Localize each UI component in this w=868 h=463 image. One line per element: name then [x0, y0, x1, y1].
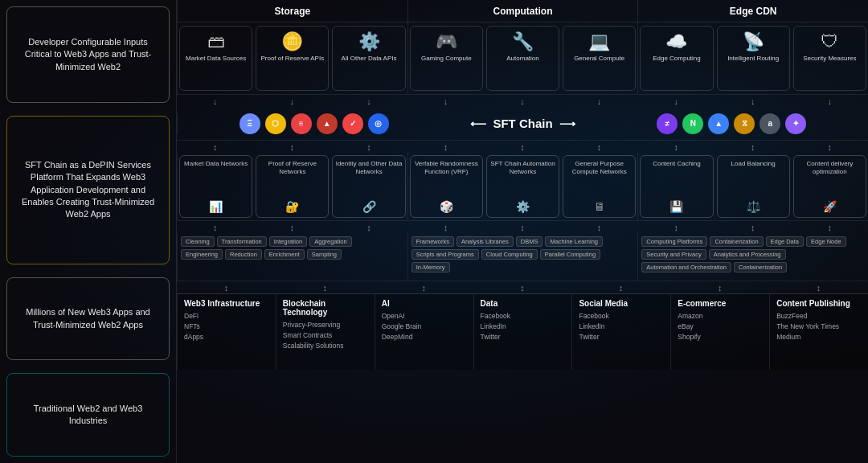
arrows-row-1: ↓ ↓ ↓ ↓ ↓ ↓ ↓ ↓ ↓ [177, 95, 868, 107]
logo-3: ▲ [708, 113, 729, 134]
security-icon: 🛡 [821, 31, 838, 52]
sft-chain-center: ⟵ SFT Chain ⟶ [451, 117, 596, 130]
developer-inputs-text: Developer Configurable Inputs Critical t… [15, 36, 161, 73]
ecommerce-col: E-commerce Amazon eBay Shopify [670, 294, 769, 370]
left-panel: Developer Configurable Inputs Critical t… [0, 0, 177, 463]
computation-tags: Frameworks Analysis Libraries DBMS Machi… [407, 233, 638, 281]
general-compute: 💻 General Compute [563, 26, 636, 91]
edge-cdn-subcols: ☁️ Edge Computing 📡 Intelligent Routing … [637, 23, 868, 94]
load-balancing: Load Balancing ⚖️ [717, 155, 790, 218]
automation-icon: 🔧 [512, 31, 534, 52]
blockchain-tech-col: Blockchain Technology Privacy-Preserving… [276, 294, 375, 370]
gaming-icon: 🎮 [436, 31, 457, 52]
gp-compute-networks: General Purpose Compute Networks 🖥 [563, 155, 636, 218]
traditional-industries-card: Traditional Web2 and Web3 Industries [6, 373, 170, 457]
storage-tags-line1: Cleaning Transformation Integration Aggr… [181, 236, 404, 247]
other-data-apis: ⚙️ All Other Data APIs [332, 26, 405, 91]
storage-tags-line2: Engineering Reduction Enrichment Samplin… [181, 249, 404, 260]
proof-reserve-icon: 🪙 [281, 31, 303, 52]
comp-tags-line1: Frameworks Analysis Libraries DBMS Machi… [411, 236, 635, 247]
compute-icon: 💻 [588, 31, 610, 52]
edge-logos: ≠ N ▲ ⧖ a ✦ [596, 113, 869, 134]
identity-networks: Identity and Other Data Networks 🔗 [332, 155, 405, 218]
intelligent-routing: 📡 Intelligent Routing [717, 26, 790, 91]
security-measures: 🛡 Security Measures [793, 26, 866, 91]
right-area: Storage Computation Edge CDN 🗃 Market Da… [177, 0, 868, 463]
proof-reserve-apis: 🪙 Proof of Reserve APIs [256, 26, 329, 91]
sft-chain-text: SFT Chain as a DePIN Services Platform T… [15, 159, 161, 221]
column-headers: Storage Computation Edge CDN [177, 0, 868, 23]
blockchain-row: Ξ ⬡ ≡ ▲ ✓ ◎ ⟵ SFT Chain ⟶ ≠ N ▲ ⧖ a ✦ [177, 107, 868, 141]
market-data-sources: 🗃 Market Data Sources [179, 26, 252, 91]
eth-logo: Ξ [240, 113, 260, 134]
developer-inputs-card: Developer Configurable Inputs Critical t… [6, 6, 170, 103]
edge-tags: Computing Platforms Containerization Edg… [637, 233, 868, 281]
edge-cdn-header: Edge CDN [637, 0, 868, 22]
comp-tags-line2: Scripts and Programs Cloud Computing Par… [411, 249, 635, 272]
edge-networks: Content Caching 💾 Load Balancing ⚖️ Cont… [637, 153, 868, 220]
computation-header: Computation [407, 0, 638, 22]
logo-2: N [682, 113, 703, 134]
industry-row: Web3 Infrastructure DeFi NFTs dApps Bloc… [177, 293, 868, 370]
routing-icon: 📡 [743, 31, 764, 52]
storage-subcols: 🗃 Market Data Sources 🪙 Proof of Reserve… [177, 23, 407, 94]
new-apps-text: Millions of New Web3 Apps and Trust-Mini… [15, 306, 161, 331]
arrows-row-4: ↕ ↕ ↕ ↕ ↕ ↕ ↕ [177, 281, 868, 293]
data-col: Data Facebook LinkedIn Twitter [473, 294, 572, 370]
automation: 🔧 Automation [486, 26, 559, 91]
logo-4: ⧖ [734, 113, 755, 134]
social-media-col: Social Media Facebook LinkedIn Twitter [571, 294, 670, 370]
vrf-box: Verfable Randomness Function (VRF) 🎲 [410, 155, 483, 218]
web3-infra-col: Web3 Infrastructure DeFi NFTs dApps [177, 294, 276, 370]
edge-tags-line1: Computing Platforms Containerization Edg… [641, 236, 865, 247]
gaming-compute: 🎮 Gaming Compute [410, 26, 483, 91]
avax-logo: ≡ [291, 113, 312, 134]
bnb-logo: ⬡ [265, 113, 286, 134]
automation-networks: SFT Chain Automation Networks ⚙️ [486, 155, 559, 218]
new-apps-card: Millions of New Web3 Apps and Trust-Mini… [6, 277, 170, 361]
storage-logos: Ξ ⬡ ≡ ▲ ✓ ◎ [177, 113, 451, 134]
sft-chain-card: SFT Chain as a DePIN Services Platform T… [6, 116, 170, 264]
storage-networks: Market Data Networks 📊 Proof of Reserve … [177, 153, 407, 220]
storage-header: Storage [177, 0, 407, 22]
computation-networks: Verfable Randomness Function (VRF) 🎲 SFT… [407, 153, 638, 220]
subcols-row: 🗃 Market Data Sources 🪙 Proof of Reserve… [177, 23, 868, 95]
content-publishing-col: Content Publishing BuzzFeed The New York… [769, 294, 868, 370]
traditional-industries-text: Traditional Web2 and Web3 Industries [15, 403, 161, 428]
arb-logo: ▲ [317, 113, 338, 134]
proof-reserve-networks: Proof of Reserve Networks 🔐 [256, 155, 329, 218]
storage-tags: Cleaning Transformation Integration Aggr… [177, 233, 407, 281]
main-layout: Developer Configurable Inputs Critical t… [0, 0, 868, 463]
arrows-row-3: ↕ ↕ ↕ ↕ ↕ ↕ ↕ ↕ ↕ [177, 221, 868, 233]
edge-computing: ☁️ Edge Computing [640, 26, 713, 91]
ai-col: AI OpenAI Google Brain DeepMind [375, 294, 473, 370]
market-data-networks: Market Data Networks 📊 [179, 155, 252, 218]
arrows-row-2: ↕ ↕ ↕ ↕ ↕ ↕ ↕ ↕ ↕ [177, 141, 868, 153]
computation-subcols: 🎮 Gaming Compute 🔧 Automation 💻 General … [407, 23, 638, 94]
content-caching: Content Caching 💾 [640, 155, 713, 218]
ton-logo: ✓ [342, 113, 363, 134]
edge-tags-line2: Security and Privacy Analytics and Proce… [641, 249, 865, 272]
other-data-icon: ⚙️ [358, 31, 380, 52]
content-delivery: Content delivery optimization 🚀 [793, 155, 866, 218]
edge-icon: ☁️ [665, 31, 687, 52]
logo-1: ≠ [657, 113, 678, 134]
logo-6: ✦ [785, 113, 806, 134]
network-row: Market Data Networks 📊 Proof of Reserve … [177, 153, 868, 221]
matic-logo: ◎ [368, 113, 389, 134]
market-data-icon: 🗃 [207, 31, 225, 52]
logo-5: a [760, 113, 780, 134]
tags-row: Cleaning Transformation Integration Aggr… [177, 233, 868, 281]
